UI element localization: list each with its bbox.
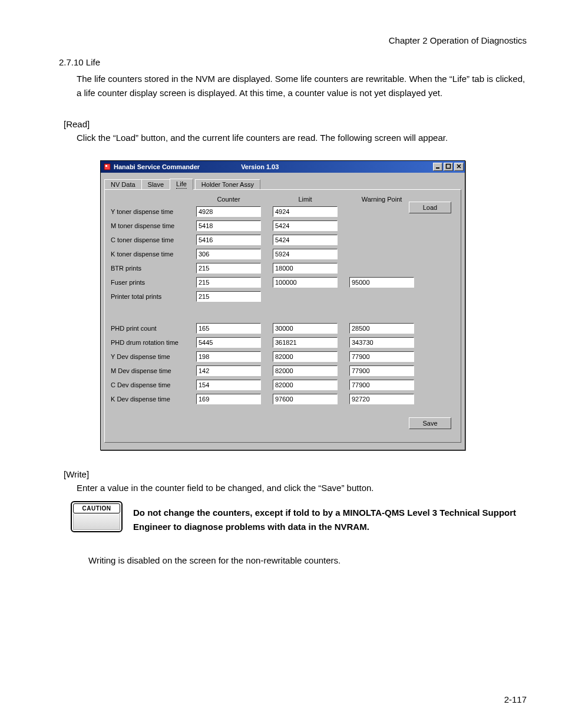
counter-input[interactable] [196, 220, 261, 231]
counter-input[interactable] [196, 263, 261, 274]
write-body: Enter a value in the counter field to be… [77, 483, 527, 493]
row-label: Y Dev dispense time [111, 353, 196, 360]
counter-input[interactable] [196, 337, 261, 348]
row-label: M Dev dispense time [111, 367, 196, 374]
write-heading: [Write] [64, 469, 527, 479]
svg-rect-1 [105, 165, 107, 167]
read-heading: [Read] [64, 119, 527, 129]
counter-input[interactable] [196, 380, 261, 390]
column-header-counter: Counter [196, 196, 261, 203]
row-label: C toner dispense time [111, 236, 196, 243]
row-label: PHD drum rotation time [111, 339, 196, 346]
row-label: Printer total prints [111, 293, 196, 300]
limit-input[interactable] [273, 365, 338, 376]
tab-label: NV Data [111, 181, 135, 188]
titlebar: Hanabi Service Commander Version 1.03 [101, 161, 465, 173]
row-label: K Dev dispense time [111, 396, 196, 403]
caution-icon: CAUTION [71, 501, 123, 532]
row-label: C Dev dispense time [111, 381, 196, 388]
tab-nv-data[interactable]: NV Data [104, 179, 142, 190]
row-label: BTR prints [111, 265, 196, 272]
tab-holder-toner-assy[interactable]: Holder Toner Assy [195, 179, 260, 190]
warning-input[interactable] [349, 365, 414, 376]
svg-rect-3 [447, 164, 451, 169]
life-grid: CounterLimitWarning PointY toner dispens… [111, 196, 455, 404]
limit-input[interactable] [273, 249, 338, 259]
warning-input[interactable] [349, 337, 414, 348]
minimize-button[interactable] [433, 163, 442, 171]
row-label: PHD print count [111, 325, 196, 332]
counter-input[interactable] [196, 365, 261, 376]
row-label: Fuser prints [111, 279, 196, 286]
limit-input[interactable] [273, 206, 338, 217]
warning-input[interactable] [349, 323, 414, 334]
counter-input[interactable] [196, 277, 261, 288]
load-button[interactable]: Load [409, 202, 451, 213]
row-label: Y toner dispense time [111, 208, 196, 215]
section-body: The life counters stored in the NVM are … [77, 72, 527, 100]
counter-input[interactable] [196, 291, 261, 302]
row-label: M toner dispense time [111, 222, 196, 229]
app-window: Hanabi Service Commander Version 1.03 NV… [100, 160, 465, 450]
counter-input[interactable] [196, 394, 261, 404]
tab-slave[interactable]: Slave [141, 179, 171, 190]
app-icon [103, 163, 111, 171]
counter-input[interactable] [196, 351, 261, 362]
tab-label: Life [176, 180, 187, 189]
limit-input[interactable] [273, 380, 338, 390]
tab-life[interactable]: Life [170, 179, 193, 190]
read-body: Click the “Load” button, and the current… [77, 133, 527, 143]
limit-input[interactable] [273, 323, 338, 334]
chapter-header: Chapter 2 Operation of Diagnostics [35, 35, 527, 45]
window-title: Hanabi Service Commander [114, 163, 200, 170]
section-heading: 2.7.10 Life [59, 57, 527, 67]
counter-input[interactable] [196, 235, 261, 245]
limit-input[interactable] [273, 277, 338, 288]
row-label: K toner dispense time [111, 251, 196, 258]
counter-input[interactable] [196, 206, 261, 217]
warning-input[interactable] [349, 351, 414, 362]
client-area: NV DataSlaveLifeHolder Toner Assy Load S… [101, 173, 465, 450]
counter-input[interactable] [196, 249, 261, 259]
tab-label: Holder Toner Assy [201, 181, 254, 188]
limit-input[interactable] [273, 220, 338, 231]
close-button[interactable] [454, 163, 464, 171]
column-header-warning: Warning Point [349, 196, 414, 203]
window-version: Version 1.03 [241, 163, 279, 170]
warning-input[interactable] [349, 380, 414, 390]
warning-input[interactable] [349, 394, 414, 404]
after-caution-text: Writing is disabled on the screen for th… [88, 555, 527, 565]
maximize-button[interactable] [444, 163, 453, 171]
caution-text: Do not change the counters, except if to… [133, 501, 527, 534]
counter-input[interactable] [196, 323, 261, 334]
caution-label: CAUTION [73, 503, 120, 513]
tab-label: Slave [148, 181, 164, 188]
limit-input[interactable] [273, 235, 338, 245]
save-button[interactable]: Save [409, 417, 451, 429]
warning-input[interactable] [349, 277, 414, 288]
limit-input[interactable] [273, 263, 338, 274]
tab-panel-life: Load Save CounterLimitWarning PointY ton… [104, 189, 461, 443]
limit-input[interactable] [273, 394, 338, 404]
limit-input[interactable] [273, 337, 338, 348]
column-header-limit: Limit [273, 196, 338, 203]
tab-strip: NV DataSlaveLifeHolder Toner Assy [104, 176, 461, 189]
page-number: 2-117 [504, 694, 527, 704]
limit-input[interactable] [273, 351, 338, 362]
